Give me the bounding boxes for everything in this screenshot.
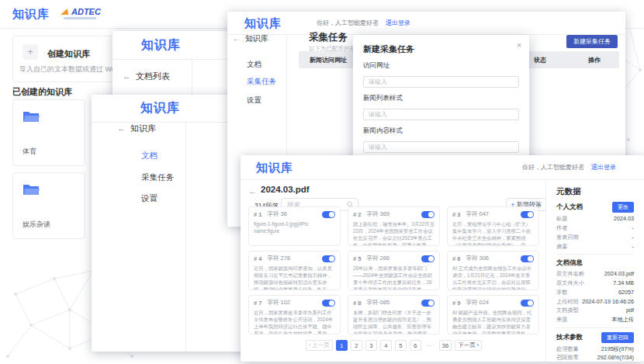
close-icon[interactable]: × [517,41,521,50]
plus-icon: + [23,44,38,60]
user-greeting: 你好，人工智能爱好者 [317,19,379,27]
meta-value: 62057 [618,289,634,296]
logout-link[interactable]: 退出登录 [591,163,616,172]
paragraph-card[interactable]: # 8字符 085 本周，多部门联合印发《关于进一步提升基层治理效能的指导意见》… [348,295,440,335]
sidebar-item-collect-tasks[interactable]: 采集任务 [141,172,174,183]
pagination-next[interactable]: 下一页 › [455,340,482,351]
pagination-page-6[interactable]: 6 [410,340,421,351]
column-status: 状态 [534,56,546,64]
paragraph-text: 近日，国家能源局印发通知，认真贯彻落实习近平总书记重要指示精神，推动能源绿色低碳… [254,265,335,290]
paragraph-toggle[interactable] [322,211,335,218]
back-arrow-icon: ← [117,123,126,133]
meta-label: 发表日期 [556,234,579,241]
meta-label: 摘要 [556,243,567,250]
sidebar-item-collect-tasks[interactable]: 采集任务 [247,77,276,87]
app-logo: 知识库 [244,16,282,31]
back-arrow-icon[interactable]: ← [248,186,257,196]
paragraph-card[interactable]: # 4字符 278 近日，国家能源局印发通知，认真贯彻落实习近平总书记重要指示精… [248,251,341,290]
app-logo: 知识库 [256,161,293,175]
paragraph-id: # 5 [353,255,361,262]
field-input-list-style[interactable] [363,109,519,120]
created-kb-section-title: 已创建的知识库 [12,86,72,98]
pagination-prev[interactable]: ‹ 上一页 [306,340,333,351]
paragraph-id: # 1 [254,211,261,218]
meta-label: 字数 [556,289,567,296]
paragraph-chars: 字符 085 [366,299,390,307]
pagination-page-4[interactable]: 4 [380,340,392,351]
app-logo: 知识库 [12,7,50,22]
back-row[interactable]: ←知识库 [117,123,156,134]
meta-label: 标题 [556,215,567,222]
paragraph-id: # 8 [353,300,361,307]
paragraph-chars: 字符 266 [366,255,390,262]
re-recall-button[interactable]: 重新召回 [601,332,634,343]
kb-card-name: 体育 [23,147,36,157]
kb-card-entertainment[interactable]: 娱乐杂谈 [12,172,85,239]
paragraph-toggle[interactable] [521,300,534,307]
kb-card-sports[interactable]: 体育 [12,99,85,166]
paragraph-card[interactable]: # 5字符 266 26年以来，国家发展改革委等部门——2024年全国能源工作会… [348,251,440,290]
paragraph-chars: 字符 024 [466,299,489,307]
back-row[interactable]: ←知识库 [233,33,268,44]
paragraph-text: AI 正式成为全国两会报告工作会议中讲话，1月21日亿元，2024年改革重点工作… [452,265,534,290]
field-input-url[interactable] [363,76,519,88]
document-title: 2024.03.pdf [261,185,310,194]
new-task-button[interactable]: 新建采集任务 [566,35,618,48]
sidebar-item-docs[interactable]: 文档 [141,151,158,161]
meta-value: 292.08%(7/34) [597,354,634,361]
folder-icon [23,110,40,123]
paragraph-id: # 2 [353,211,361,218]
metadata-panel: 元数据 个人文档 更改 标题2024.03 作者- 发表日期- 摘要- 文档信息… [546,180,644,362]
paragraph-card[interactable]: # 7字符 102 近日，国家发展改革委举办系列工作文件发布会暨政务公开活动，2… [248,295,341,335]
paragraph-card[interactable]: # 1字符 36 figure-1-figure-0.jpg||#Pic nam… [248,206,341,246]
folder-icon [23,183,40,196]
window-document-detail: 知识库 你好，人工智能爱好者 退出登录 ← 2024.03.pdf 314段落 … [241,155,644,362]
page-title: 采集任务 [309,31,348,44]
pagination-page-5[interactable]: 5 [395,340,407,351]
paragraph-toggle[interactable] [421,255,435,262]
paragraph-toggle[interactable] [421,211,435,218]
column-news-url: 新闻访问网址 [310,56,347,64]
meta-value: - [632,234,634,241]
paragraph-card[interactable]: # 3字符 047 近日，党组理论学习中心组（扩大）集中集体学习，深入学习贯彻二… [447,206,539,246]
meta-label: 原文件名称 [556,270,584,277]
paragraph-text: figure-1-figure-0.jpg||#Pic name:figure [254,220,335,234]
back-arrow-icon[interactable]: ← [123,71,131,81]
paragraph-toggle[interactable] [521,255,534,262]
pagination-page-1[interactable]: 1 [336,340,348,351]
meta-value: 2024-07-19 16:46:26 [582,298,634,305]
paragraph-toggle[interactable] [322,300,335,307]
kb-sidebar [92,123,186,352]
paragraph-text: 近日，国家发展改革委举办系列工作文件发布会暨政务公开活动，2024年上半年我国经… [254,309,335,335]
window-header: 知识库 你好，人工智能爱好者 退出登录 [227,12,625,35]
pagination-page-36[interactable]: 36 [439,340,452,351]
field-label-list-style: 新闻列表样式 [363,94,519,103]
field-input-content-style[interactable] [363,141,519,153]
personal-doc-heading: 个人文档 [556,203,583,212]
adtec-logo: ADTEC [62,7,101,16]
meta-value: 2195段(97%) [601,345,634,352]
paragraph-card[interactable]: # 6字符 306 AI 正式成为全国两会报告工作会议中讲话，1月21日亿元，2… [447,251,539,290]
sidebar-item-settings[interactable]: 设置 [247,95,261,106]
paragraph-card[interactable]: # 9字符 024 AI 赋能产业升级。全国两会期间，代表委员围绕人工智能与实体… [447,295,539,335]
sidebar-item-docs[interactable]: 文档 [247,60,261,70]
meta-label: 原文件大小 [556,279,584,286]
back-label[interactable]: 文档列表 [136,71,170,81]
pagination-page-2[interactable]: 2 [351,340,362,351]
kb-card-name: 娱乐杂谈 [23,220,50,230]
pagination: ‹ 上一页 1 2 3 4 5 6 ··· 36 下一页 › [248,340,539,351]
app-logo: 知识库 [140,100,180,116]
paragraph-toggle[interactable] [421,300,435,307]
paragraph-chars: 字符 102 [267,299,290,307]
modal-title: 新建采集任务 [363,43,519,55]
edit-meta-button[interactable]: 更改 [612,202,634,213]
sidebar-item-settings[interactable]: 设置 [141,193,158,204]
pagination-page-3[interactable]: 3 [365,340,377,351]
paragraph-toggle[interactable] [322,255,335,262]
paragraph-chars: 字符 047 [466,210,489,218]
paragraph-id: # 7 [254,300,261,307]
paragraph-card[interactable]: # 2字符 369 踏上新征程，瑞雪兆丰年。3月22日至23日，2024年全国国… [348,206,440,246]
logout-link[interactable]: 退出登录 [386,19,410,27]
paragraph-id: # 6 [452,255,460,262]
paragraph-toggle[interactable] [521,211,534,218]
